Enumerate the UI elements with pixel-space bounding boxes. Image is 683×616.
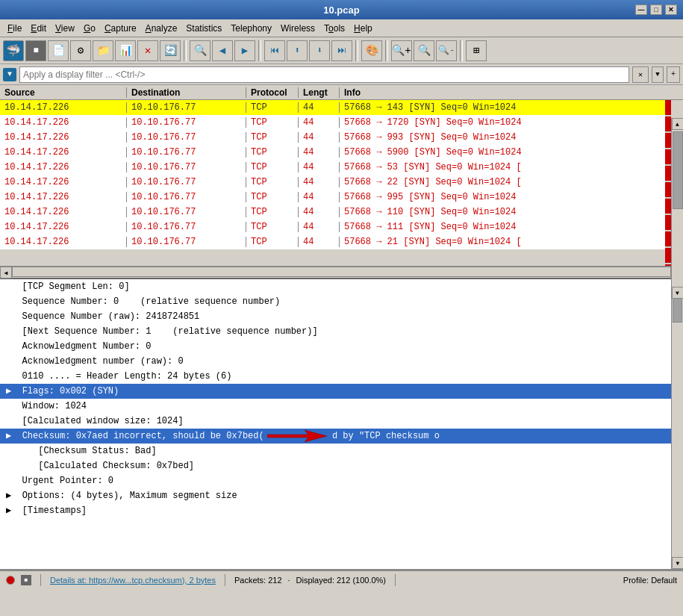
detail-line: Sequence Number: 0 (relative sequence nu… [0,294,671,309]
table-row[interactable]: 10.14.17.226 10.10.176.77 TCP 44 57668 →… [0,205,665,220]
status-profile: Profile: Default [623,576,677,585]
detail-line: [Checksum Status: Bad] [0,444,671,458]
status-displayed: Displayed: 212 (100.0%) [296,576,386,585]
reload-button[interactable]: 📄 [48,40,69,61]
detail-line[interactable]: ▶ [Timestamps] [0,503,671,518]
detail-line: Acknowledgment number (raw): 0 [0,354,671,369]
minimize-button[interactable]: — [635,4,647,15]
maximize-button[interactable]: □ [650,4,662,15]
separator-4 [385,40,388,61]
status-separator-2 [225,574,225,586]
status-details-link[interactable]: Details at: https://ww...tcp.checksum), … [50,576,216,585]
separator-3 [355,40,358,61]
svg-marker-0 [267,430,327,442]
filter-dropdown-button[interactable]: ▼ [652,66,664,83]
packet-list-section: Source Destination Protocol Lengt Info 1… [0,85,683,279]
scroll-down-arrow[interactable]: ▼ [672,287,684,299]
zoom-reset-button[interactable]: 🔍 [414,40,434,61]
header-destination[interactable]: Destination [127,87,246,98]
detail-line: [Calculated Checksum: 0x7bed] [0,458,671,473]
detail-line: Window: 1024 [0,399,671,414]
menu-wireless[interactable]: Wireless [276,22,319,35]
packet-scrollbar-area: ▲ ▼ [665,100,683,266]
menu-statistics[interactable]: Statistics [181,22,226,35]
jump-first-button[interactable]: ⏮ [264,40,285,61]
flags-detail-line[interactable]: ▶ Flags: 0x002 (SYN) [0,384,671,399]
separator-5 [460,40,463,61]
jump-prev-button[interactable]: ⬆ [287,40,308,61]
back-button[interactable]: ◀ [212,40,233,61]
options-button[interactable]: ⚙ [70,40,91,61]
packet-vscrollbar[interactable]: ▲ ▼ [671,118,683,299]
status-stop-icon: ■ [21,575,31,585]
detail-line[interactable]: ▶ Options: (4 bytes), Maximum segment si… [0,488,671,503]
menu-go[interactable]: Go [79,22,100,35]
detail-line: [Calculated window size: 1024] [0,414,671,429]
separator-2 [258,40,261,61]
menu-tools[interactable]: Tools [319,22,349,35]
shark-icon[interactable]: 🦈 [3,40,24,61]
table-row[interactable]: 10.14.17.226 10.10.176.77 TCP 44 57668 →… [0,130,665,145]
stop-capture-button[interactable]: ■ [25,40,46,61]
jump-next-button[interactable]: ⬇ [309,40,330,61]
header-length[interactable]: Lengt [299,87,340,98]
detail-line: Acknowledgment Number: 0 [0,339,671,354]
header-protocol[interactable]: Protocol [246,87,299,98]
table-row[interactable]: 10.14.17.226 10.10.176.77 TCP 44 57668 →… [0,100,665,115]
table-row[interactable]: 10.14.17.226 10.10.176.77 TCP 44 57668 →… [0,145,665,160]
menu-telephony[interactable]: Telephony [226,22,276,35]
title: 10.pcap [323,4,359,16]
titlebar: 10.pcap — □ ✕ [0,0,683,19]
packet-list-body: 10.14.17.226 10.10.176.77 TCP 44 57668 →… [0,100,683,266]
hscroll-left-arrow[interactable]: ◀ [0,267,12,279]
details-panel: [TCP Segment Len: 0] Sequence Number: 0 … [0,279,683,570]
titlebar-controls: — □ ✕ [635,4,677,15]
menu-analyze[interactable]: Analyze [141,22,182,35]
details-scroll-down[interactable]: ▼ [672,557,683,569]
filter-input[interactable] [19,66,629,83]
save-button[interactable]: 📊 [115,40,136,61]
table-row[interactable]: 10.14.17.226 10.10.176.77 TCP 44 57668 →… [0,190,665,205]
status-separator-1 [40,574,41,586]
detail-line: [TCP Segment Len: 0] [0,279,671,294]
table-row[interactable]: 10.14.17.226 10.10.176.77 TCP 44 57668 →… [0,234,665,249]
status-recording-dot [6,576,15,585]
table-row[interactable]: 10.14.17.226 10.10.176.77 TCP 44 57668 →… [0,220,665,234]
detail-line: 0110 .... = Header Length: 24 bytes (6) [0,369,671,384]
details-content: [TCP Segment Len: 0] Sequence Number: 0 … [0,279,671,569]
filter-clear-button[interactable]: ✕ [632,66,649,83]
red-arrow-indicator [267,429,327,444]
menu-view[interactable]: View [51,22,79,35]
zoom-out-button[interactable]: 🔍- [436,40,457,61]
close-file-button[interactable]: ✕ [137,40,158,61]
header-info[interactable]: Info [340,87,683,98]
menu-edit[interactable]: Edit [26,22,51,35]
scroll-up-arrow[interactable]: ▲ [672,118,684,130]
forward-button[interactable]: ▶ [234,40,255,61]
filter-add-button[interactable]: + [667,66,680,83]
header-source[interactable]: Source [0,87,127,98]
search-button[interactable]: 🔍 [190,40,210,61]
table-row[interactable]: 10.14.17.226 10.10.176.77 TCP 44 57668 →… [0,175,665,190]
details-vscrollbar[interactable]: ▲ ▼ [671,279,683,569]
menubar: File Edit View Go Capture Analyze Statis… [0,19,683,37]
packet-hscrollbar: ◀ ▶ [0,266,683,278]
open-file-button[interactable]: 📁 [93,40,113,61]
refresh-button[interactable]: 🔄 [160,40,181,61]
jump-last-button[interactable]: ⏭ [331,40,352,61]
table-row[interactable]: 10.14.17.226 10.10.176.77 TCP 44 57668 →… [0,115,665,130]
checksum-detail-line[interactable]: ▶ Checksum: 0x7aed incorrect, should be … [0,429,671,444]
status-packets: Packets: 212 [234,576,282,585]
menu-capture[interactable]: Capture [100,22,141,35]
table-row[interactable]: 10.14.17.226 10.10.176.77 TCP 44 57668 →… [0,160,665,175]
statusbar: ■ Details at: https://ww...tcp.checksum)… [0,570,683,588]
packet-rows: 10.14.17.226 10.10.176.77 TCP 44 57668 →… [0,100,665,266]
colorize-button[interactable]: 🎨 [361,40,382,61]
menu-help[interactable]: Help [349,22,377,35]
zoom-in-button[interactable]: 🔍+ [391,40,412,61]
menu-file[interactable]: File [3,22,26,35]
hscroll-track[interactable] [12,267,671,277]
close-button[interactable]: ✕ [665,4,677,15]
filterbar: ▼ ✕ ▼ + [0,64,683,85]
columns-button[interactable]: ⊞ [466,40,487,61]
